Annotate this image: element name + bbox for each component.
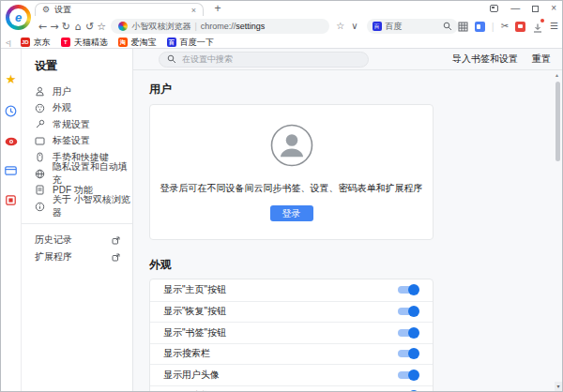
bookmark-tmall[interactable]: T 天猫精选 [61, 37, 108, 49]
forward-icon[interactable]: → [49, 22, 61, 32]
baidu-favicon: 百 [167, 38, 176, 47]
bookmark-baidu[interactable]: 百 百度一下 [167, 37, 214, 49]
menu-icon[interactable]: ☰ [550, 22, 558, 31]
nav-label: 用户 [53, 85, 71, 98]
toggle-label: 显示"书签"按钮 [163, 326, 226, 339]
toggle-switch-on[interactable] [397, 348, 419, 359]
eye-shopping-icon[interactable] [5, 137, 18, 146]
bookmark-taobao[interactable]: 淘 爱淘宝 [118, 37, 157, 49]
scrollbar-thumb[interactable] [555, 82, 560, 161]
toggle-row-restore-button: 显示"恢复"按钮 [150, 301, 433, 323]
nav-link-extensions[interactable]: 扩展程序 [22, 249, 132, 265]
maximize-button[interactable] [532, 6, 539, 12]
palette-icon [35, 103, 45, 113]
download-icon[interactable] [532, 21, 543, 32]
minimize-button[interactable]: — [510, 4, 520, 13]
scroll-down-icon[interactable]: ▾ [555, 382, 562, 391]
avatar-placeholder-icon [270, 124, 313, 167]
bookmark-label: 天猫精选 [74, 37, 108, 49]
quick-search-box[interactable]: 百 百度 [367, 19, 458, 34]
grid-apps-icon[interactable] [458, 22, 468, 32]
nav-item-user[interactable]: 用户 [22, 83, 132, 100]
new-tab-button[interactable]: + [211, 2, 224, 15]
settings-search-input[interactable] [182, 54, 342, 64]
nav-item-privacy[interactable]: 隐私设置和自动填充 [22, 166, 132, 183]
info-icon [35, 202, 45, 212]
gear-icon: ⚙ [42, 6, 50, 14]
history-clock-icon[interactable] [5, 105, 17, 117]
favorite-star-icon[interactable]: ☆ [336, 22, 344, 31]
toggle-label: 显示用户头像 [163, 369, 220, 382]
wrench-icon [35, 119, 45, 129]
home-icon[interactable]: ⌂ [72, 22, 84, 32]
edge-sidebar: ★ [1, 49, 22, 392]
bookmark-label: 京东 [34, 37, 51, 49]
nav-link-history[interactable]: 历史记录 [22, 232, 132, 249]
nav-item-about[interactable]: 关于 小智双核浏览器 [22, 199, 132, 216]
tab-title: 设置 [54, 4, 187, 16]
extension-icon[interactable] [475, 22, 485, 32]
globe-icon [35, 169, 45, 179]
bookmark-label: 爱淘宝 [131, 37, 157, 49]
nav-divider [22, 223, 132, 224]
login-button[interactable]: 登录 [270, 205, 313, 221]
bookmarks-bar: <| JD 京东 T 天猫精选 淘 爱淘宝 百 百度一下 [1, 37, 562, 49]
tab-close-icon[interactable]: × [191, 6, 196, 15]
user-card: 登录后可在不同设备间云同步书签、设置、密码表单和扩展程序 登录 [149, 104, 434, 240]
media-tool-icon[interactable] [515, 22, 525, 32]
scrollbar[interactable]: ▴ ▾ [555, 70, 562, 392]
settings-content-header: 导入书签和设置 重置 [133, 49, 562, 70]
reset-button[interactable]: 重置 [532, 53, 551, 66]
address-bar[interactable]: 小智双核浏览器 | chrome://settings [111, 19, 329, 34]
toggle-row-search-bar: 显示搜索栏 [150, 343, 433, 365]
bookmark-jd[interactable]: JD 京东 [21, 37, 51, 49]
window-controls: — × [490, 2, 556, 15]
red-app-icon[interactable] [6, 195, 16, 205]
toggle-switch-on[interactable] [397, 327, 419, 339]
toolbar-actions: | ✂ ☰ [458, 21, 558, 32]
toolbar-divider: | [492, 21, 495, 32]
bookmark-page-icon[interactable]: ☆ [96, 22, 108, 32]
reload-icon[interactable]: ↻ [60, 22, 72, 32]
theme-icon[interactable] [490, 5, 498, 12]
user-icon [35, 86, 45, 97]
import-bookmarks-button[interactable]: 导入书签和设置 [452, 53, 518, 66]
close-window-button[interactable]: × [551, 4, 556, 13]
chevron-down-icon[interactable]: ∨ [351, 22, 358, 31]
back-icon[interactable]: ← [37, 22, 49, 32]
settings-nav: 设置 用户 外观 常规设置 标签设置 手势和快捷键 [22, 49, 132, 392]
nav-label: 常规设置 [53, 118, 90, 131]
browser-logo-letter: e [9, 8, 27, 26]
restore-tab-icon[interactable]: ↺ [84, 22, 96, 32]
screenshot-scissors-icon[interactable]: ✂ [501, 22, 509, 31]
tab-settings[interactable]: ⚙ 设置 × [35, 3, 204, 16]
nav-label: 历史记录 [35, 234, 72, 247]
browser-logo-icon[interactable]: e [6, 5, 31, 30]
nav-item-tabs[interactable]: 标签设置 [22, 133, 132, 150]
baidu-icon: 百 [373, 22, 382, 31]
settings-search-box[interactable] [159, 52, 369, 68]
url-host: settings [236, 22, 265, 31]
settings-scroll-area: 用户 登录后可在不同设备间云同步书签、设置、密码表单和扩展程序 登录 外观 显示… [133, 70, 562, 392]
toggle-label: 显示搜索栏 [163, 347, 210, 360]
nav-label: 关于 小智双核浏览器 [53, 193, 132, 219]
collapse-bookmarks-icon[interactable]: <| [6, 38, 10, 47]
nav-item-appearance[interactable]: 外观 [22, 100, 132, 117]
search-icon[interactable] [443, 22, 452, 31]
nav-label: 外观 [53, 101, 71, 114]
favorites-star-icon[interactable]: ★ [6, 73, 17, 85]
pdf-icon [35, 185, 45, 195]
download-badge-dot [540, 19, 544, 23]
taobao-favicon: 淘 [118, 38, 128, 47]
toggle-row-bookmark-button: 显示"书签"按钮 [150, 322, 433, 343]
toggle-row-user-avatar: 显示用户头像 [150, 364, 433, 385]
toggle-row-home-button: 显示"主页"按钮 [150, 279, 433, 301]
wallet-card-icon[interactable] [5, 166, 17, 175]
toggle-switch-on[interactable] [397, 284, 419, 295]
scroll-up-icon[interactable]: ▴ [555, 72, 558, 78]
nav-item-general[interactable]: 常规设置 [22, 116, 132, 133]
appearance-section-title: 外观 [149, 257, 562, 273]
page-favicon [118, 22, 128, 31]
toggle-switch-on[interactable] [397, 306, 419, 317]
toggle-switch-on[interactable] [397, 369, 419, 381]
